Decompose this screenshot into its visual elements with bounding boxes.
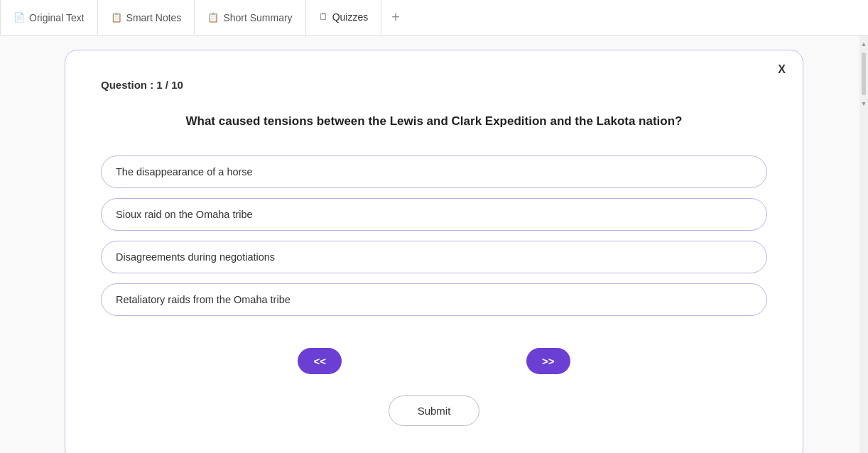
tab-quizzes-label: Quizzes <box>332 11 369 23</box>
option-1[interactable]: The disappearance of a horse <box>101 155 767 188</box>
option-2[interactable]: Sioux raid on the Omaha tribe <box>101 198 767 231</box>
option-4-text: Retaliatory raids from the Omaha tribe <box>116 294 291 305</box>
tab-smart-notes[interactable]: 📋 Smart Notes <box>98 0 195 35</box>
option-1-text: The disappearance of a horse <box>116 166 253 178</box>
scrollbar-down-arrow[interactable]: ▼ <box>859 98 868 109</box>
quiz-card: X Question : 1 / 10 What caused tensions… <box>65 50 803 453</box>
option-3-text: Disagreements during negotiations <box>116 251 275 263</box>
tab-short-summary[interactable]: 📋 Short Summary <box>195 0 305 35</box>
add-tab-button[interactable]: + <box>381 0 410 35</box>
original-text-icon: 📄 <box>13 12 25 23</box>
prev-button[interactable]: << <box>298 348 342 374</box>
tab-bar: 📄 Original Text 📋 Smart Notes 📋 Short Su… <box>0 0 868 36</box>
scrollbar-thumb[interactable] <box>862 53 866 95</box>
next-button[interactable]: >> <box>526 348 570 374</box>
scrollbar[interactable]: ▲ ▼ <box>859 36 868 453</box>
options-list: The disappearance of a horse Sioux raid … <box>101 155 767 316</box>
submit-button[interactable]: Submit <box>389 395 480 426</box>
option-2-text: Sioux raid on the Omaha tribe <box>116 209 253 220</box>
nav-buttons: << >> <box>101 348 767 374</box>
tab-original-text[interactable]: 📄 Original Text <box>0 0 98 35</box>
question-text: What caused tensions between the Lewis a… <box>101 112 767 131</box>
tab-smart-notes-label: Smart Notes <box>126 12 182 23</box>
close-button[interactable]: X <box>778 63 786 76</box>
tab-original-text-label: Original Text <box>29 12 85 23</box>
tab-quizzes[interactable]: 🗒 Quizzes <box>306 0 382 35</box>
option-4[interactable]: Retaliatory raids from the Omaha tribe <box>101 283 767 316</box>
scrollbar-up-arrow[interactable]: ▲ <box>859 38 868 50</box>
submit-area: Submit <box>101 395 767 426</box>
option-3[interactable]: Disagreements during negotiations <box>101 241 767 273</box>
quizzes-icon: 🗒 <box>319 11 328 22</box>
smart-notes-icon: 📋 <box>111 12 122 23</box>
main-content: X Question : 1 / 10 What caused tensions… <box>0 36 868 453</box>
question-counter: Question : 1 / 10 <box>101 79 767 91</box>
tab-short-summary-label: Short Summary <box>223 12 292 23</box>
short-summary-icon: 📋 <box>207 12 219 23</box>
